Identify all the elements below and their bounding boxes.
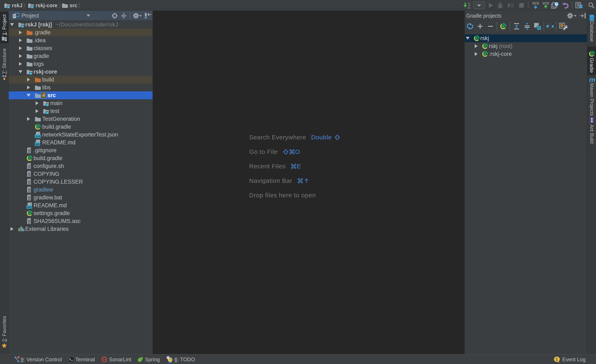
svg-text:MD: MD [35, 143, 40, 146]
svg-text:JSON: JSON [35, 135, 41, 138]
svg-text:MD: MD [27, 206, 32, 209]
svg-text:VCS: VCS [532, 2, 539, 5]
svg-text:1: 1 [555, 357, 558, 362]
svg-text:01: 01 [468, 7, 471, 9]
